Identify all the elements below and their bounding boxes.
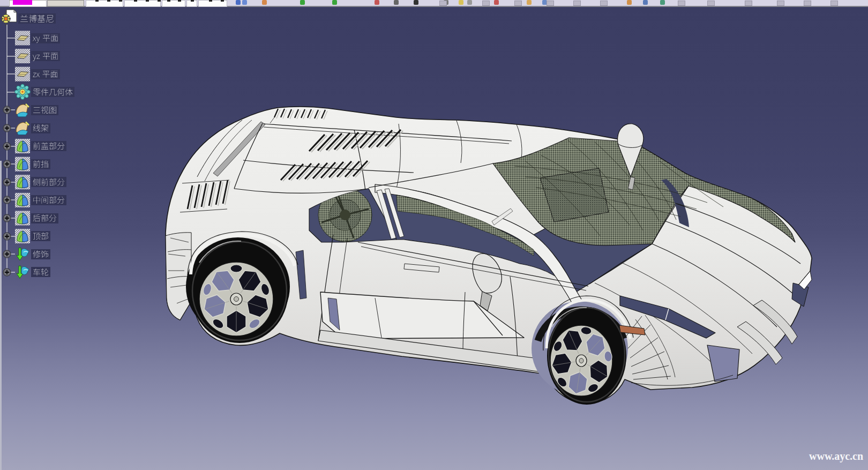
svg-text:www.ayc.cn: www.ayc.cn [809, 450, 863, 462]
